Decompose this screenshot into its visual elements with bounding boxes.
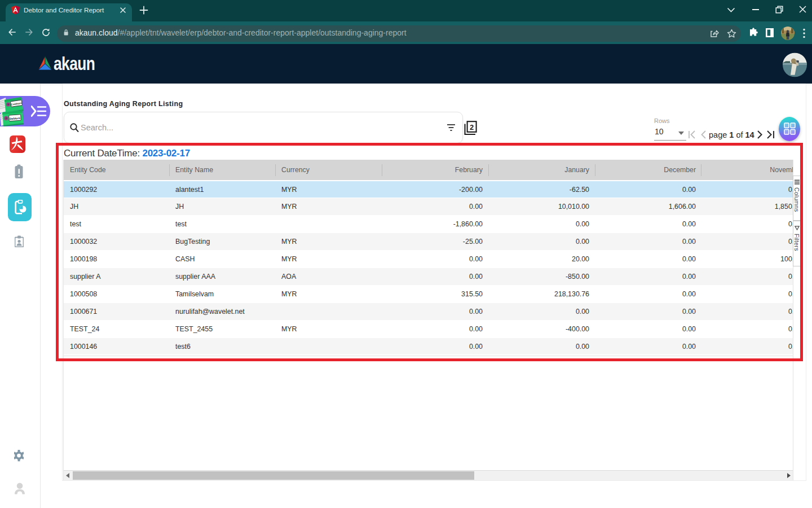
- svg-text:2: 2: [470, 123, 474, 132]
